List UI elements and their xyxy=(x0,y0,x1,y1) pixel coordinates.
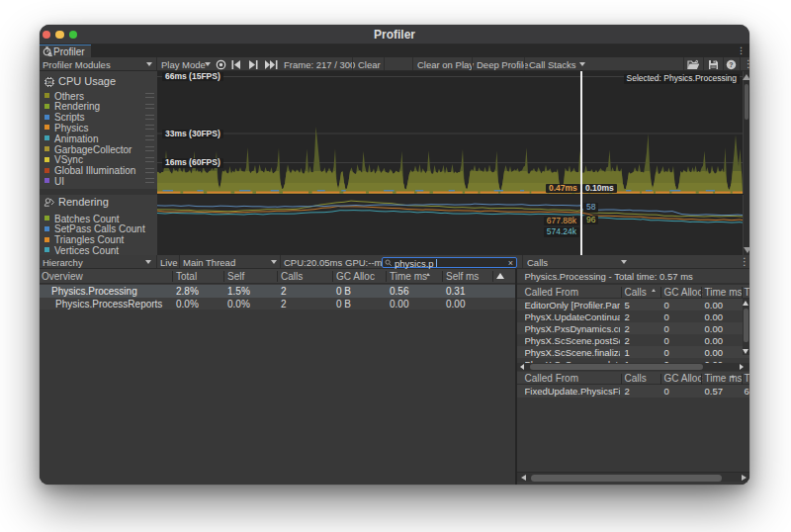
svg-text:?: ? xyxy=(729,61,733,68)
svg-text:CPU: CPU xyxy=(45,80,54,85)
